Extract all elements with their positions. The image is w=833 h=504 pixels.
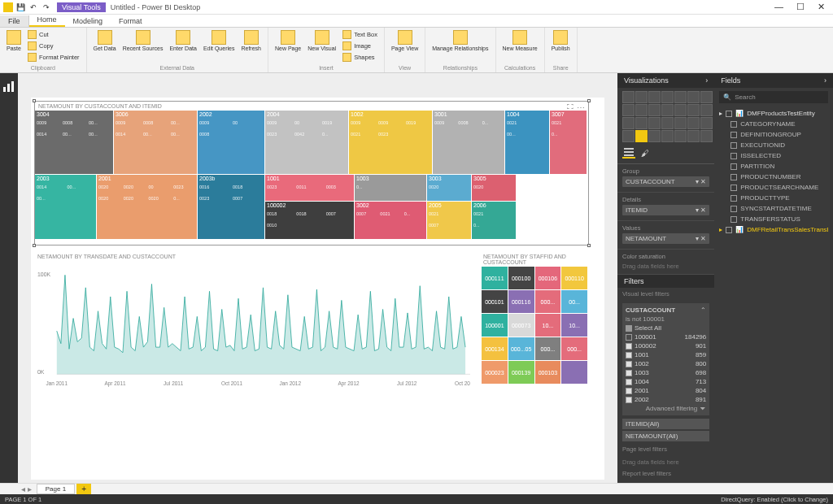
new-page-button[interactable]: New Page <box>273 29 303 63</box>
viz-type-22[interactable] <box>635 130 648 142</box>
viz-type-10[interactable] <box>661 104 674 116</box>
collapse-viz-icon[interactable]: › <box>705 76 708 85</box>
viz-type-16[interactable] <box>648 117 661 129</box>
field-entity[interactable]: ▸ 📊 DMFProductsTestEntity <box>719 108 828 119</box>
treemap-cell[interactable]: 1004002100... <box>505 111 549 174</box>
field-checkbox[interactable] <box>731 206 737 212</box>
tab-format[interactable]: Format <box>111 15 150 27</box>
field-checkbox[interactable] <box>731 153 737 159</box>
treemap-cell[interactable]: 3001000900080... <box>433 111 504 174</box>
field-entity[interactable]: ▸ 📊 DMFRetailTransSalesTransEntity <box>719 224 828 235</box>
undo-icon[interactable]: ↶ <box>28 2 39 13</box>
directquery-status[interactable]: DirectQuery: Enabled (Click to Change) <box>721 496 828 503</box>
staff-treemap-cell[interactable]: 10... <box>561 314 587 337</box>
viz-type-1[interactable] <box>635 91 648 103</box>
fields-tab-icon[interactable] <box>622 147 635 159</box>
staff-treemap-cell[interactable]: 000100 <box>508 267 534 289</box>
treemap-cell[interactable]: 2003b0016001800230007 <box>198 175 264 239</box>
field-checkbox[interactable] <box>731 185 737 191</box>
new-visual-button[interactable]: New Visual <box>306 29 338 63</box>
filter-checkbox[interactable] <box>626 343 632 350</box>
publish-button[interactable]: Publish <box>550 29 572 52</box>
values-well-field[interactable]: NETAMOUNT▾ ✕ <box>622 233 709 244</box>
staff-treemap-cell[interactable]: 000103 <box>535 361 561 384</box>
format-painter-button[interactable]: Format Painter <box>26 52 81 63</box>
report-page[interactable]: ⛶ ⋯ NETAMOUNT by CUSTACCOUNT and ITEMID … <box>31 98 604 480</box>
viz-type-13[interactable] <box>700 104 713 116</box>
treemap-cell[interactable]: 200500210007 <box>427 202 471 239</box>
itemid-filter-pill[interactable]: ITEMID(All) <box>622 419 709 429</box>
treemap-cell[interactable]: 20020009000008 <box>198 111 264 174</box>
viz-type-25[interactable] <box>674 130 687 142</box>
text-box-button[interactable]: Text Box <box>341 29 379 40</box>
staff-treemap-cell[interactable]: 000... <box>535 337 561 360</box>
group-well-field[interactable]: CUSTACCOUNT▾ ✕ <box>622 176 709 187</box>
viz-type-2[interactable] <box>648 91 661 103</box>
chevron-down-icon[interactable]: ▾ ✕ <box>696 206 706 214</box>
funnel-icon[interactable]: ⏷ <box>700 405 706 412</box>
cut-button[interactable]: Cut <box>26 29 81 40</box>
staff-treemap-cell[interactable]: 000073 <box>508 314 534 337</box>
viz-type-3[interactable] <box>661 91 674 103</box>
treemap-cell[interactable]: 20040009000019002300420... <box>265 111 348 174</box>
filter-row[interactable]: 1002800 <box>626 359 706 368</box>
treemap-cell[interactable]: 30040009000800...001400...00... <box>35 111 113 174</box>
viz-type-26[interactable] <box>687 130 700 142</box>
field-checkbox[interactable] <box>731 195 737 202</box>
filter-checkbox[interactable] <box>626 370 632 376</box>
staff-treemap-cell[interactable]: 000116 <box>508 290 534 313</box>
advanced-filtering-link[interactable]: Advanced filtering <box>646 405 698 412</box>
add-page-button[interactable]: + <box>76 484 91 494</box>
filter-checkbox[interactable] <box>626 361 632 367</box>
minimize-button[interactable]: — <box>774 2 783 12</box>
maximize-button[interactable]: ☐ <box>796 2 805 12</box>
treemap-cell[interactable]: 3002000700210... <box>355 202 426 239</box>
viz-type-6[interactable] <box>700 91 713 103</box>
save-icon[interactable]: 💾 <box>15 2 26 13</box>
field-checkbox[interactable] <box>726 111 732 117</box>
viz-type-8[interactable] <box>635 104 648 116</box>
field-checkbox[interactable] <box>731 121 737 128</box>
filter-row[interactable]: 1003698 <box>626 368 706 377</box>
staff-treemap-cell[interactable]: 000...05 <box>508 337 534 360</box>
chevron-down-icon[interactable]: ▾ ✕ <box>696 235 706 242</box>
staff-treemap-cell[interactable]: 000139 <box>508 361 534 384</box>
staff-treemap-cell[interactable]: 10... <box>535 314 561 337</box>
treemap-cell[interactable]: 30030020 <box>427 175 471 201</box>
treemap-cell[interactable]: 300700210... <box>550 111 587 174</box>
field-checkbox[interactable] <box>731 132 737 138</box>
viz-type-18[interactable] <box>674 117 687 129</box>
treemap-cell[interactable]: 200600210... <box>472 202 516 239</box>
viz-type-24[interactable] <box>661 130 674 142</box>
staff-treemap-cell[interactable]: 000111 <box>482 267 508 289</box>
shapes-button[interactable]: Shapes <box>341 52 379 63</box>
tab-home[interactable]: Home <box>29 14 65 27</box>
paste-button[interactable]: Paste <box>5 29 23 63</box>
viz-type-17[interactable] <box>661 117 674 129</box>
filter-checkbox[interactable] <box>626 388 632 394</box>
visual-treemap-netamount-staff[interactable]: NETAMOUNT by STAFFID and CUSTACCOUNT 000… <box>480 252 589 382</box>
filter-row[interactable]: 2002891 <box>626 395 706 404</box>
filter-row[interactable]: 100001184296 <box>626 332 706 341</box>
viz-type-5[interactable] <box>687 91 700 103</box>
field-item[interactable]: PRODUCTNUMBER <box>719 172 828 182</box>
netamount-filter-pill[interactable]: NETAMOUNT(All) <box>622 431 709 441</box>
field-checkbox[interactable] <box>731 163 737 170</box>
filter-row[interactable]: 100002901 <box>626 341 706 350</box>
staff-treemap-cell[interactable] <box>561 361 587 384</box>
viz-type-0[interactable] <box>622 91 635 103</box>
viz-type-9[interactable] <box>648 104 661 116</box>
field-item[interactable]: CATEGORYNAME <box>719 119 828 129</box>
collapse-fields-icon[interactable]: › <box>824 76 826 85</box>
staff-treemap-cell[interactable]: 000110 <box>561 267 587 289</box>
staff-treemap-cell[interactable]: 000... <box>561 337 587 360</box>
field-item[interactable]: PRODUCTTYPE <box>719 193 828 203</box>
chevron-down-icon[interactable]: ▾ ✕ <box>696 178 706 185</box>
visual-treemap-netamount-cust-item[interactable]: ⛶ ⋯ NETAMOUNT by CUSTACCOUNT and ITEMID … <box>34 101 589 245</box>
viz-type-14[interactable] <box>622 117 635 129</box>
enter-data-button[interactable]: Enter Data <box>168 29 198 52</box>
filter-row[interactable]: 1004713 <box>626 377 706 386</box>
page-view-button[interactable]: Page View <box>390 29 420 52</box>
staff-treemap-cell[interactable]: 000101 <box>482 290 508 313</box>
get-data-button[interactable]: Get Data <box>92 29 118 52</box>
